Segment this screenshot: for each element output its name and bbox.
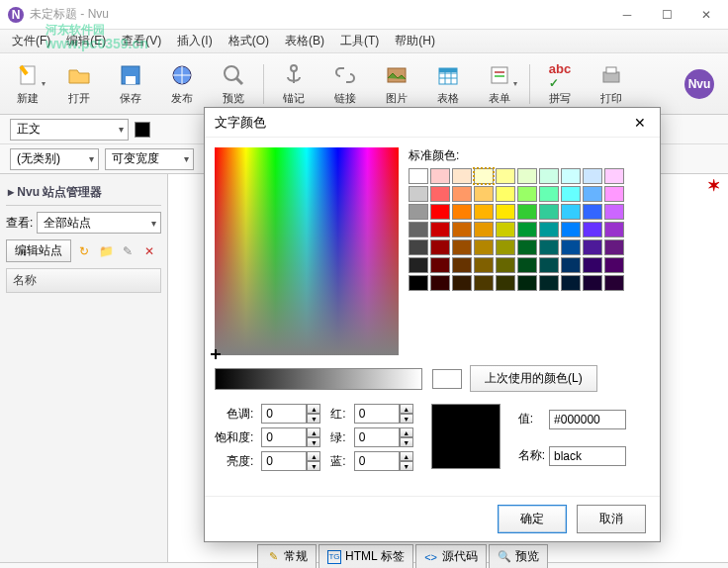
color-swatch[interactable] bbox=[561, 257, 581, 273]
color-swatch[interactable] bbox=[409, 257, 428, 273]
color-swatch[interactable] bbox=[430, 204, 450, 220]
color-swatch[interactable] bbox=[539, 204, 559, 220]
color-swatch[interactable] bbox=[496, 275, 515, 291]
color-swatch[interactable] bbox=[430, 222, 450, 237]
color-swatch[interactable] bbox=[583, 204, 602, 220]
width-select[interactable]: 可变宽度 bbox=[105, 148, 194, 170]
red-input[interactable]: ▲▼ bbox=[354, 404, 413, 424]
preview-button[interactable]: 预览 bbox=[212, 61, 255, 106]
color-swatch[interactable] bbox=[604, 222, 624, 237]
color-swatch[interactable] bbox=[561, 186, 581, 202]
color-swatch[interactable] bbox=[452, 168, 472, 184]
color-swatch[interactable] bbox=[474, 275, 494, 291]
color-swatch[interactable] bbox=[430, 186, 450, 202]
color-swatch[interactable] bbox=[430, 257, 450, 273]
color-swatch[interactable] bbox=[539, 222, 559, 237]
color-swatch[interactable] bbox=[539, 186, 559, 202]
color-swatch[interactable] bbox=[409, 168, 428, 184]
refresh-icon[interactable]: ↻ bbox=[75, 243, 93, 259]
rename-icon[interactable]: ✎ bbox=[119, 243, 136, 259]
color-swatch[interactable] bbox=[474, 257, 494, 273]
paragraph-select[interactable]: 正文 bbox=[10, 119, 129, 141]
color-swatch[interactable] bbox=[496, 222, 515, 237]
table-button[interactable]: 表格 bbox=[426, 61, 470, 106]
color-swatch[interactable] bbox=[539, 239, 559, 255]
color-swatch[interactable] bbox=[474, 222, 494, 237]
menu-insert[interactable]: 插入(I) bbox=[171, 31, 218, 51]
dialog-close-button[interactable]: ✕ bbox=[630, 113, 650, 133]
color-swatch[interactable] bbox=[583, 257, 602, 273]
color-swatch[interactable] bbox=[430, 275, 450, 291]
color-swatch[interactable] bbox=[496, 186, 515, 202]
tab-source[interactable]: <>源代码 bbox=[415, 544, 487, 568]
color-swatch[interactable] bbox=[539, 275, 559, 291]
name-input[interactable] bbox=[549, 446, 626, 466]
menu-edit[interactable]: 编辑(E) bbox=[60, 31, 112, 51]
color-swatch[interactable] bbox=[496, 239, 515, 255]
color-swatch[interactable] bbox=[409, 204, 428, 220]
menu-help[interactable]: 帮助(H) bbox=[389, 31, 441, 51]
color-swatch[interactable] bbox=[561, 239, 581, 255]
color-swatch[interactable] bbox=[496, 168, 515, 184]
green-input[interactable]: ▲▼ bbox=[354, 427, 413, 447]
color-swatch[interactable] bbox=[604, 168, 624, 184]
sat-input[interactable]: ▲▼ bbox=[261, 427, 320, 447]
color-swatch[interactable] bbox=[517, 186, 537, 202]
color-swatch[interactable] bbox=[604, 275, 624, 291]
color-swatch[interactable] bbox=[561, 204, 581, 220]
save-button[interactable]: 保存 bbox=[109, 61, 152, 106]
brightness-bar[interactable] bbox=[215, 368, 422, 390]
text-color-swatch[interactable] bbox=[135, 122, 150, 138]
menu-table[interactable]: 表格(B) bbox=[279, 31, 330, 51]
hue-input[interactable]: ▲▼ bbox=[261, 404, 320, 424]
image-button[interactable]: 图片 bbox=[375, 61, 418, 106]
color-swatch[interactable] bbox=[409, 222, 428, 237]
light-input[interactable]: ▲▼ bbox=[261, 451, 320, 471]
color-swatch[interactable] bbox=[561, 222, 581, 237]
color-swatch[interactable] bbox=[452, 186, 472, 202]
color-swatch[interactable] bbox=[517, 257, 537, 273]
color-swatch[interactable] bbox=[517, 239, 537, 255]
open-button[interactable]: 打开 bbox=[57, 61, 101, 106]
minimize-button[interactable]: ─ bbox=[613, 5, 641, 25]
publish-button[interactable]: 发布 bbox=[160, 61, 204, 106]
color-swatch[interactable] bbox=[452, 257, 472, 273]
site-select[interactable]: 全部站点 bbox=[37, 212, 161, 234]
color-swatch[interactable] bbox=[604, 186, 624, 202]
tab-normal[interactable]: ✎常规 bbox=[257, 544, 317, 568]
color-swatch[interactable] bbox=[539, 257, 559, 273]
link-button[interactable]: 链接 bbox=[323, 61, 367, 106]
menu-tools[interactable]: 工具(T) bbox=[334, 31, 385, 51]
close-panel-icon[interactable]: ✶ bbox=[707, 176, 720, 195]
color-swatch[interactable] bbox=[474, 239, 494, 255]
color-swatch[interactable] bbox=[583, 186, 602, 202]
hex-input[interactable] bbox=[549, 410, 626, 429]
ok-button[interactable]: 确定 bbox=[498, 505, 567, 533]
color-swatch[interactable] bbox=[517, 275, 537, 291]
cancel-button[interactable]: 取消 bbox=[577, 505, 646, 533]
color-swatch[interactable] bbox=[517, 204, 537, 220]
color-spectrum[interactable] bbox=[215, 147, 399, 355]
blue-input[interactable]: ▲▼ bbox=[354, 451, 413, 471]
color-swatch[interactable] bbox=[583, 168, 602, 184]
menu-format[interactable]: 格式(O) bbox=[223, 31, 275, 51]
spell-button[interactable]: abc✓拼写 bbox=[538, 61, 582, 106]
color-swatch[interactable] bbox=[496, 257, 515, 273]
color-swatch[interactable] bbox=[430, 239, 450, 255]
color-swatch[interactable] bbox=[561, 275, 581, 291]
color-swatch[interactable] bbox=[474, 204, 494, 220]
delete-icon[interactable]: ✕ bbox=[140, 243, 158, 259]
color-swatch[interactable] bbox=[409, 275, 428, 291]
form-button[interactable]: ▾表单 bbox=[478, 61, 521, 106]
color-swatch[interactable] bbox=[604, 239, 624, 255]
menu-file[interactable]: 文件(F) bbox=[6, 31, 56, 51]
menu-view[interactable]: 查看(V) bbox=[116, 31, 167, 51]
color-swatch[interactable] bbox=[583, 239, 602, 255]
color-swatch[interactable] bbox=[604, 257, 624, 273]
color-swatch[interactable] bbox=[452, 204, 472, 220]
color-swatch[interactable] bbox=[517, 168, 537, 184]
column-name[interactable]: 名称 bbox=[6, 268, 161, 293]
color-swatch[interactable] bbox=[474, 186, 494, 202]
color-swatch[interactable] bbox=[409, 186, 428, 202]
category-select[interactable]: (无类别) bbox=[10, 148, 99, 170]
